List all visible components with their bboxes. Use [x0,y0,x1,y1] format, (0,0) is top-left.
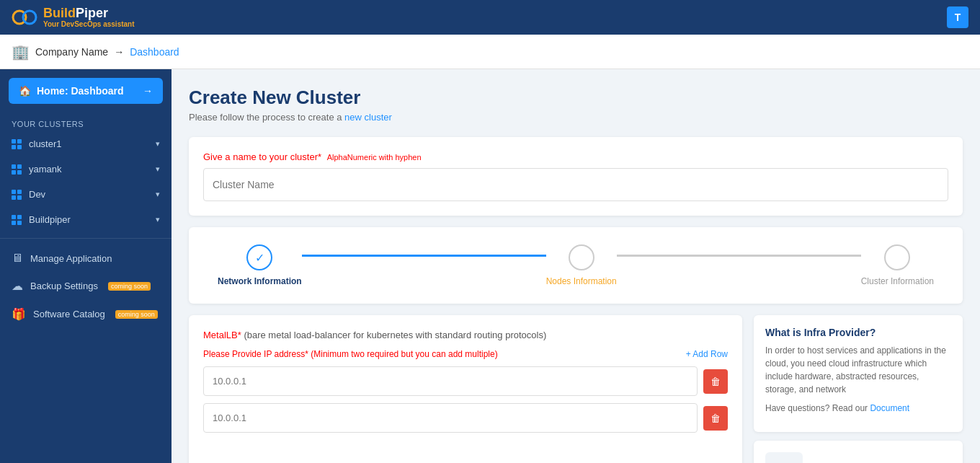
ip-input-2[interactable] [203,403,698,433]
logo-icon [12,4,37,30]
step-label-cluster: Cluster Information [861,276,934,286]
step-circle-cluster [884,244,910,270]
stepper-card: ✓ Network Information Nodes Information … [189,227,963,304]
alphanum-hint: AlphaNumeric with hyphen [327,153,422,162]
sidebar-item-yamank[interactable]: yamank ▾ [0,156,172,182]
cluster-grid-icon [12,215,22,225]
step-line-1 [302,255,546,257]
logo-sub: Your DevSecOps assistant [43,20,135,28]
backup-icon: ☁ [12,279,23,293]
coming-soon-badge: coming soon [115,310,158,319]
info-row: MetalLB* (bare metal load-balancer for k… [189,315,963,463]
provider-svg-icon [771,458,797,463]
software-catalog-label: Software Catalog [33,309,105,319]
infra-desc: In order to host services and applicatio… [765,344,951,396]
chevron-down-icon: ▾ [156,164,160,174]
new-cluster-link[interactable]: new cluster [344,112,392,123]
user-avatar[interactable]: T [947,6,968,28]
yamank-label: yamank [29,164,62,175]
dev-label: Dev [29,189,45,200]
chevron-down-icon: ▾ [156,139,160,149]
logo-text: BuildPiper Your DevSecOps assistant [43,6,135,29]
step-cluster: Cluster Information [861,244,934,286]
home-icon: 🏠 [19,85,31,97]
chevron-down-icon: ▾ [156,190,160,199]
clusters-list: cluster1 ▾ yamank ▾ Dev [0,131,172,232]
manage-application-label: Manage Application [30,253,112,264]
step-label-network: Network Information [218,276,302,286]
top-nav: BuildPiper Your DevSecOps assistant T [0,0,980,35]
step-network: ✓ Network Information [218,244,302,286]
right-panel: What is Infra Provider? In order to host… [754,315,963,463]
step-circle-nodes [569,244,594,270]
breadcrumb: 🏢 Company Name → Dashboard [0,35,980,69]
coming-soon-badge: coming soon [108,282,151,291]
step-line-2 [617,255,861,257]
infra-question: Have questions? Read our Document [765,402,951,415]
cluster1-label: cluster1 [29,138,62,149]
ip-row-header: Please Provide IP address* (Minimum two … [203,349,728,359]
company-name: Company Name [35,46,108,58]
sidebar-item-software-catalog[interactable]: 🎁 Software Catalog coming soon [0,300,172,328]
step-circle-network: ✓ [246,244,272,270]
breadcrumb-arrow: → [114,46,124,58]
cluster-grid-icon [12,164,22,175]
sidebar-item-backup-settings[interactable]: ☁ Backup Settings coming soon [0,272,172,300]
clusters-section-label: Your Clusters [0,113,172,131]
sidebar-item-buildpiper[interactable]: Buildpiper ▾ [0,207,172,232]
sidebar-item-dev[interactable]: Dev ▾ [0,182,172,207]
sidebar-item-cluster1[interactable]: cluster1 ▾ [0,131,172,156]
infra-document-link[interactable]: Document [870,403,909,413]
chevron-down-icon: ▾ [156,215,160,224]
company-icon: 🏢 [12,43,30,61]
page-subtitle: Please follow the process to create a ne… [189,112,963,123]
home-dashboard-button[interactable]: 🏠 Home: Dashboard → [9,78,163,104]
delete-row-1-button[interactable]: 🗑 [703,369,728,394]
manage-app-icon: 🖥 [12,252,23,265]
provider-icon [765,452,803,463]
cluster-name-label: Give a name to your cluster* AlphaNumeri… [203,151,948,162]
sidebar: 🏠 Home: Dashboard → Your Clusters cluste… [0,69,172,463]
main-content: Create New Cluster Please follow the pro… [172,69,980,463]
home-button-label: Home: Dashboard [37,85,124,97]
provider-card: Cloud Provider Local Data Center [754,441,963,463]
catalog-icon: 🎁 [12,307,26,321]
delete-row-2-button[interactable]: 🗑 [703,406,728,431]
infra-info-card: What is Infra Provider? In order to host… [754,315,963,432]
logo: BuildPiper Your DevSecOps assistant [12,4,135,30]
stepper: ✓ Network Information Nodes Information … [218,244,934,286]
ip-input-row-2: 🗑 [203,403,728,433]
cluster-name-input[interactable] [203,168,948,201]
page-title: Create New Cluster [189,87,963,109]
ip-label: Please Provide IP address* (Minimum two … [203,349,498,359]
cluster-grid-icon [12,190,22,200]
form-panel: MetalLB* (bare metal load-balancer for k… [189,315,742,463]
step-nodes: Nodes Information [546,244,617,286]
add-row-button[interactable]: + Add Row [686,349,728,359]
sidebar-item-manage-application[interactable]: 🖥 Manage Application [0,244,172,272]
breadcrumb-dashboard-link[interactable]: Dashboard [130,46,179,58]
ip-input-row-1: 🗑 [203,366,728,396]
metallb-label: MetalLB* (bare metal load-balancer for k… [203,330,728,340]
cluster-name-card: Give a name to your cluster* AlphaNumeri… [189,137,963,216]
infra-title: What is Infra Provider? [765,327,951,338]
main-layout: 🏠 Home: Dashboard → Your Clusters cluste… [0,69,980,463]
sidebar-divider [0,238,172,239]
step-label-nodes: Nodes Information [546,276,617,286]
buildpiper-label: Buildpiper [29,214,71,225]
home-button-arrow: → [143,85,153,97]
ip-input-1[interactable] [203,366,698,396]
backup-settings-label: Backup Settings [30,281,98,291]
cluster-grid-icon [12,139,22,149]
